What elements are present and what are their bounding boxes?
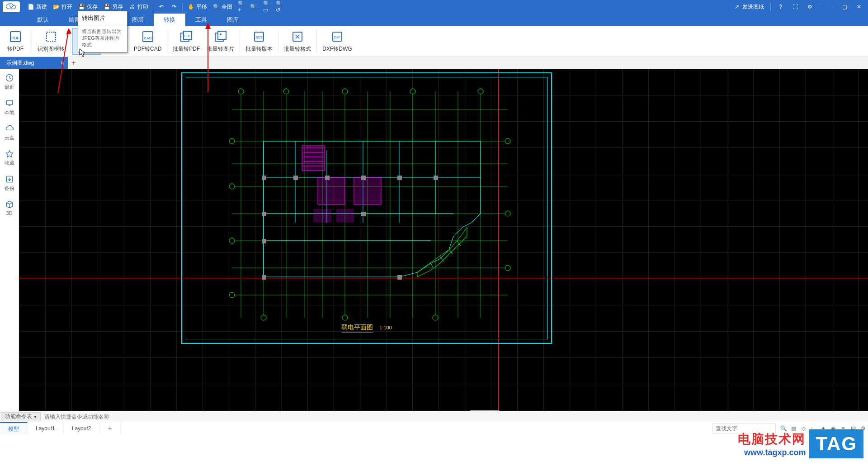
pdf-to-cad-button[interactable]: CADPDF转CAD bbox=[130, 28, 165, 55]
separator bbox=[770, 3, 771, 11]
svg-point-52 bbox=[505, 211, 510, 216]
separator bbox=[32, 30, 32, 53]
zoom-prev-button[interactable]: 🔍↺ bbox=[273, 0, 286, 14]
annotation-arrow-1 bbox=[54, 27, 72, 97]
menu-convert[interactable]: 转换 bbox=[154, 14, 185, 26]
sidebar-label: 云盘 bbox=[5, 134, 14, 141]
svg-point-46 bbox=[478, 89, 483, 94]
layout-tab-2[interactable]: Layout2 bbox=[64, 422, 100, 435]
close-window-button[interactable]: ✕ bbox=[853, 0, 865, 14]
watermark-cn: 电脑技术网 bbox=[738, 431, 806, 448]
command-bar: 功能命令表 ▾ bbox=[0, 411, 868, 422]
pan-label: 平移 bbox=[196, 3, 207, 11]
drawing-canvas[interactable]: 弱电平面图 1:100 CH ⌨ 简 bbox=[19, 69, 868, 411]
watermark-url: www.tagxp.com bbox=[744, 448, 806, 457]
fit-button[interactable]: 🔍全图 bbox=[210, 0, 235, 14]
add-layout-button[interactable]: + bbox=[99, 422, 120, 435]
svg-point-45 bbox=[410, 89, 415, 94]
separator bbox=[820, 3, 820, 11]
batch-version-icon: 2022 bbox=[252, 30, 266, 43]
svg-text:PDF: PDF bbox=[11, 36, 20, 40]
help-icon: ? bbox=[777, 3, 784, 10]
tooltip: 转出图片 将当前图形转出为JPEG等常用图片格式 bbox=[78, 11, 127, 52]
separator bbox=[316, 30, 317, 53]
save-label: 保存 bbox=[87, 3, 98, 11]
svg-rect-72 bbox=[397, 275, 402, 280]
zoom-in-button[interactable]: 🔍+ bbox=[235, 0, 248, 14]
layout-tab-1[interactable]: Layout1 bbox=[28, 422, 64, 435]
batch-pdf-button[interactable]: PDF批量转PDF bbox=[169, 28, 203, 55]
saveas-label: 另存 bbox=[112, 3, 123, 11]
zoom-fit-icon: 🔍 bbox=[212, 3, 220, 10]
rib-label: 批量转PDF bbox=[173, 45, 200, 53]
svg-point-50 bbox=[229, 292, 235, 298]
zoom-out-button[interactable]: 🔍- bbox=[248, 0, 260, 14]
print-button[interactable]: 🖨打印 bbox=[126, 0, 151, 14]
command-label[interactable]: 功能命令表 ▾ bbox=[1, 412, 41, 421]
svg-rect-67 bbox=[434, 176, 438, 180]
svg-rect-71 bbox=[262, 275, 266, 280]
sidebar-local[interactable]: 本地 bbox=[5, 99, 14, 116]
svg-marker-76 bbox=[205, 23, 211, 29]
share-icon: ↗ bbox=[733, 3, 741, 10]
batch-version-button[interactable]: 2022批量转版本 bbox=[242, 28, 276, 55]
pan-button[interactable]: ✋平移 bbox=[184, 0, 210, 14]
help-button[interactable]: ? bbox=[774, 0, 787, 14]
saveas-icon: 💾 bbox=[103, 3, 110, 10]
minimize-icon: — bbox=[826, 3, 834, 10]
pdf-cad-icon: CAD bbox=[141, 30, 155, 43]
send-drawing-button[interactable]: ↗发送图纸 bbox=[731, 0, 767, 14]
svg-point-51 bbox=[505, 138, 510, 144]
annotation-arrow-2 bbox=[203, 22, 212, 96]
svg-marker-74 bbox=[66, 28, 71, 34]
command-input[interactable] bbox=[41, 414, 867, 420]
file-tab-bar: 示例图.dwg × + bbox=[0, 57, 868, 69]
to-pdf-button[interactable]: PDF转PDF bbox=[1, 28, 30, 55]
app-logo bbox=[3, 1, 20, 12]
sidebar-cloud[interactable]: 云盘 bbox=[5, 124, 14, 141]
svg-text:PDF: PDF bbox=[184, 34, 191, 38]
rib-label: PDF转CAD bbox=[134, 45, 161, 53]
batch-format-icon bbox=[291, 30, 304, 43]
separator bbox=[167, 30, 167, 53]
layout-tab-model[interactable]: 模型 bbox=[0, 422, 28, 435]
menu-default[interactable]: 默认 bbox=[27, 14, 59, 26]
zoom-in-icon: 🔍+ bbox=[238, 3, 245, 10]
svg-rect-68 bbox=[262, 212, 266, 216]
sidebar-recent[interactable]: 最近 bbox=[5, 73, 14, 90]
svg-point-53 bbox=[505, 265, 510, 271]
dxf-to-dwg-button[interactable]: DXFDXF转DWG bbox=[319, 28, 355, 55]
svg-text:2022: 2022 bbox=[256, 36, 263, 39]
svg-rect-57 bbox=[302, 146, 325, 171]
minimize-button[interactable]: — bbox=[824, 0, 836, 14]
sidebar-favorites[interactable]: 收藏 bbox=[5, 149, 14, 167]
undo-button[interactable]: ↶ bbox=[155, 0, 168, 14]
svg-rect-60 bbox=[313, 209, 331, 223]
redo-button[interactable]: ↷ bbox=[168, 0, 180, 14]
menu-library[interactable]: 图库 bbox=[217, 14, 249, 26]
sidebar-3d[interactable]: 3D bbox=[5, 200, 14, 216]
svg-rect-69 bbox=[361, 212, 366, 216]
chevron-down-icon: ▾ bbox=[34, 414, 37, 420]
sidebar-label: 本地 bbox=[5, 109, 14, 116]
svg-point-42 bbox=[238, 89, 244, 94]
svg-rect-58 bbox=[318, 177, 345, 205]
tooltip-title: 转出图片 bbox=[78, 11, 127, 24]
fullscreen-button[interactable]: ⛶ bbox=[789, 0, 802, 14]
watermark-tag: TAG bbox=[809, 429, 863, 458]
zoom-prev-icon: 🔍↺ bbox=[276, 3, 283, 10]
open-file-button[interactable]: 📂打开 bbox=[50, 0, 75, 14]
settings-button[interactable]: ⚙ bbox=[803, 0, 816, 14]
svg-point-49 bbox=[229, 238, 235, 243]
maximize-button[interactable]: ▢ bbox=[838, 0, 851, 14]
new-file-button[interactable]: 📄新建 bbox=[24, 0, 50, 14]
sidebar-backup[interactable]: 备份 bbox=[5, 175, 14, 192]
zoom-window-button[interactable]: 🔍▭ bbox=[260, 0, 273, 14]
file-tab-name: 示例图.dwg bbox=[6, 59, 34, 67]
batch-format-button[interactable]: 批量转格式 bbox=[280, 28, 315, 55]
svg-point-13 bbox=[220, 33, 222, 35]
send-label: 发送图纸 bbox=[742, 3, 764, 11]
gear-icon: ⚙ bbox=[806, 3, 813, 10]
rib-label: 转PDF bbox=[7, 45, 24, 53]
rib-label: 批量转格式 bbox=[284, 45, 311, 53]
